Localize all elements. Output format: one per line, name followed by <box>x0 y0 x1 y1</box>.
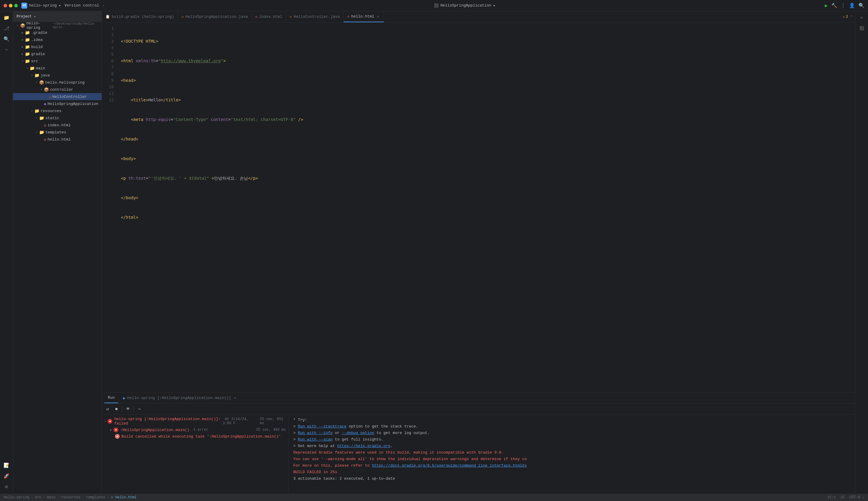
log-text: to get full insights. <box>333 437 384 442</box>
code-line-12 <box>121 253 850 260</box>
line-col-info: 11:1 <box>827 495 836 500</box>
log-link[interactable]: https://docs.gradle.org/8.6/userguide/co… <box>372 463 527 468</box>
sidebar-icon-search[interactable]: 🔍 <box>2 35 11 43</box>
main-layout: 📁 ⎇ 🔍 ⋯ 📝 🚀 ⚙ Project ▾ ▾ 📦 hello-spring… <box>0 11 868 493</box>
show-output-button[interactable]: 👁 <box>125 406 131 412</box>
run-item-detail: 1 error <box>191 428 208 432</box>
sidebar-icon-notifications[interactable]: 📝 <box>2 461 11 470</box>
tab-build-gradle[interactable]: 📋 build.gradle (hello-spring) <box>102 11 178 22</box>
breadcrumb-project[interactable]: hello-spring <box>3 495 29 500</box>
tree-label: hello-spring <box>26 22 51 30</box>
tab-run[interactable]: Run <box>104 393 118 403</box>
tree-item-static[interactable]: ▾ 📁 static <box>13 115 102 121</box>
chevron-right-icon: ▶ <box>110 428 112 431</box>
tab-label: index.html <box>259 14 282 19</box>
profile-button[interactable]: 👤 <box>849 3 855 9</box>
run-item-label: :HelloSpringApplication.main() <box>120 428 189 432</box>
version-control-label[interactable]: Version control <box>64 3 99 8</box>
tree-item-resources[interactable]: ▾ 📁 resources <box>13 107 102 115</box>
tree-item-build[interactable]: ▶ 📁 build <box>13 43 102 50</box>
tree-item-hello-html[interactable]: ◇ hello.html <box>13 136 102 143</box>
tree-item-index-html[interactable]: ◇ index.html <box>13 121 102 129</box>
breadcrumb-file[interactable]: ◇ hello.html <box>111 495 136 500</box>
log-link[interactable]: Run with --scan <box>298 437 333 442</box>
code-line-1: <!DOCTYPE HTML> <box>121 38 850 44</box>
html-active-icon: ◇ <box>347 14 349 19</box>
code-line-2: <html xmlns:th="http://www.thymeleaf.org… <box>121 57 850 64</box>
chevron-down-icon: ▾ <box>34 131 39 134</box>
log-output: * Try: > Run with --stacktrace option to… <box>288 415 855 493</box>
tree-label: gradle <box>31 52 45 56</box>
tree-item-gradle2[interactable]: ▶ 📁 gradle <box>13 50 102 57</box>
statusbar-info: 11:1 LF UTF-8 ↓ <box>827 495 865 500</box>
tree-item-package[interactable]: ▾ 📦 hello.hellospring <box>13 79 102 86</box>
breadcrumb-main[interactable]: main <box>47 495 55 500</box>
maximize-button[interactable] <box>14 4 18 8</box>
log-line: > Run with --stacktrace option to get th… <box>293 424 850 429</box>
tree-item-controller[interactable]: ▾ 📦 controller <box>13 86 102 93</box>
restart-button[interactable]: ↺ <box>104 406 111 412</box>
sidebar-icon-project[interactable]: 📁 <box>2 14 11 22</box>
more-button[interactable]: ⋮ <box>841 3 846 9</box>
log-link[interactable]: Run with --stacktrace <box>298 424 347 429</box>
kotlin-class-icon: ◈ <box>44 102 46 106</box>
tab-run-app[interactable]: ▶ hello-spring [:HelloSpringApplication.… <box>119 393 240 403</box>
statusbar: hello-spring › src › main › resources › … <box>0 493 868 501</box>
log-link[interactable]: Run with --info <box>298 431 333 435</box>
titlebar: HS hello-spring ▾ Version control ▾ ⬛ He… <box>0 0 868 11</box>
run-item-build-cancelled[interactable]: ● Build cancelled while executing task '… <box>102 433 288 440</box>
more-options-button[interactable]: ⋯ <box>136 406 143 412</box>
tree-item-gradle[interactable]: ▶ 📁 .gradle <box>13 29 102 36</box>
tab-close-icon[interactable]: ✕ <box>376 14 380 19</box>
tree-item-templates[interactable]: ▾ 📁 templates <box>13 129 102 136</box>
folder-icon: 📁 <box>25 44 30 50</box>
bottom-panel: Run ▶ hello-spring [:HelloSpringApplicat… <box>102 393 855 493</box>
minimize-button[interactable] <box>9 4 12 8</box>
log-line: 3 actionable tasks: 2 executed, 1 up-to-… <box>293 476 850 482</box>
log-line: For more on this, please refer to https:… <box>293 463 850 469</box>
log-link[interactable]: --debug option <box>342 431 374 435</box>
tree-item-idea[interactable]: ▶ 📁 .idea <box>13 36 102 43</box>
run-toolbar: ↺ ■ 👁 ⋯ <box>102 404 855 415</box>
project-selector[interactable]: HS hello-spring ▾ <box>21 3 61 9</box>
sidebar-icon-settings[interactable]: ⚙ <box>2 483 11 491</box>
run-tab-close[interactable]: ✕ <box>234 396 236 400</box>
log-line-red: BUILD FAILED in 25s <box>293 469 850 475</box>
collapse-icon[interactable]: ⌃ <box>850 14 853 19</box>
tree-item-HelloSpringApplication[interactable]: ◈ HelloSpringApplication <box>13 100 102 107</box>
tree-label: controller <box>50 87 73 92</box>
breadcrumb-resources[interactable]: resources <box>61 495 80 500</box>
log-text: > <box>293 424 298 429</box>
tree-item-main[interactable]: ▾ 📁 main <box>13 65 102 72</box>
tree-item-HelloController[interactable]: ☕ HelloController <box>13 93 102 100</box>
code-editor[interactable]: 1 2 3 4 5 6 7 8 9 10 11 12 <!DOCTYPE HTM… <box>102 22 855 393</box>
folder-icon: 📁 <box>25 30 30 35</box>
tree-item-hello-spring[interactable]: ▾ 📦 hello-spring ~/Desktop/study/hello-s… <box>13 22 102 29</box>
run-button[interactable]: ▶ <box>825 3 828 9</box>
tabs-end: ⚠ 3 ⌃ <box>840 14 855 19</box>
tab-HelloSpringApplication[interactable]: ◇ HelloSpringApplication.java <box>178 11 252 22</box>
stop-button[interactable]: ■ <box>113 406 120 412</box>
sidebar-icon-services[interactable]: 🚀 <box>2 472 11 480</box>
editor-tabs: 📋 build.gradle (hello-spring) ◇ HelloSpr… <box>102 11 855 22</box>
breadcrumb-src[interactable]: src <box>35 495 42 500</box>
html-file-icon: ◇ <box>255 14 257 19</box>
app-title-selector[interactable]: ⬛ HelloSpringApplication ▾ <box>434 3 495 8</box>
sidebar-icon-git[interactable]: ⎇ <box>2 24 11 33</box>
search-button[interactable]: 🔍 <box>858 3 865 9</box>
right-sidebar-icon-2[interactable]: ⬛ <box>858 24 866 33</box>
log-link[interactable]: https://help.gradle.org <box>337 444 390 448</box>
sidebar-icon-more[interactable]: ⋯ <box>2 46 11 54</box>
tree-item-java[interactable]: ▾ 📁 java <box>13 72 102 79</box>
tab-HelloController[interactable]: ◇ HelloController.java <box>286 11 344 22</box>
tab-index-html[interactable]: ◇ index.html <box>252 11 286 22</box>
close-button[interactable] <box>3 4 7 8</box>
code-line-8: <p th:text="'안녕하세요. ' + ${data}" >안녕하세요.… <box>121 175 850 181</box>
build-button[interactable]: 🔨 <box>831 3 837 9</box>
breadcrumb-templates[interactable]: templates <box>86 495 105 500</box>
tree-item-src[interactable]: ▾ 📁 src <box>13 57 102 65</box>
tab-hello-html[interactable]: ◇ hello.html ✕ <box>344 11 384 22</box>
run-item-sub-error[interactable]: ▶ ● :HelloSpringApplication.main() 1 err… <box>102 427 288 433</box>
right-sidebar-icon-1[interactable]: ≡ <box>858 14 866 22</box>
run-item-main-error[interactable]: ▾ ● hello-spring [:HelloSpringApplicatio… <box>102 416 288 427</box>
